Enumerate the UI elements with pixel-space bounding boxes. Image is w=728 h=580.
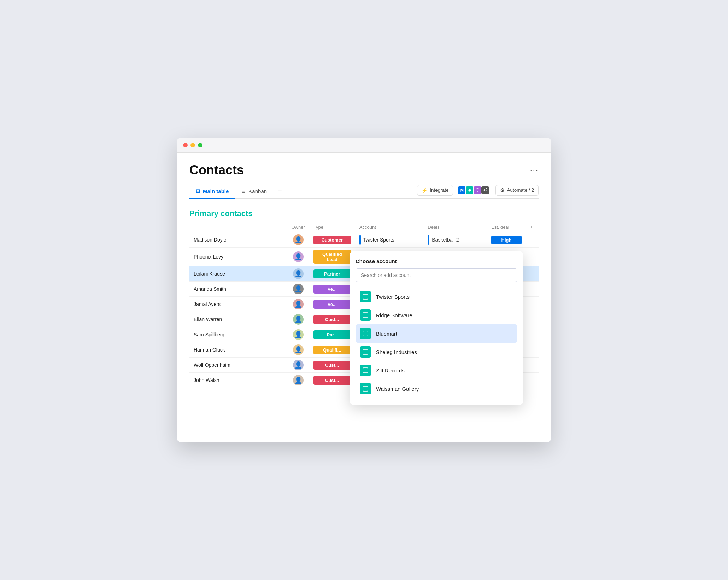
- type-cell: Partner: [309, 266, 355, 282]
- account-option-icon: [360, 291, 371, 302]
- account-option[interactable]: Ridge Software: [356, 306, 517, 324]
- owner-cell: 👤: [287, 327, 309, 342]
- type-cell: Cust...: [309, 358, 355, 373]
- integrate-button[interactable]: ⚡ Integrate: [417, 185, 453, 196]
- owner-cell: 👤: [287, 342, 309, 358]
- tab-main-table[interactable]: ⊞ Main table: [189, 185, 235, 199]
- more-options-button[interactable]: ···: [530, 166, 539, 175]
- account-option-name: Twister Sports: [376, 294, 410, 300]
- row-action: [526, 327, 539, 342]
- row-action: [526, 282, 539, 297]
- account-option-icon: [360, 346, 371, 358]
- tab-kanban[interactable]: ⊟ Kanban: [235, 185, 273, 199]
- contact-name: Amanda Smith: [189, 282, 287, 297]
- account-option-icon: [360, 309, 371, 321]
- owner-cell: 👤: [287, 297, 309, 312]
- titlebar: [177, 138, 551, 153]
- tab-main-table-label: Main table: [203, 188, 229, 194]
- integrate-icon: ⚡: [422, 187, 428, 193]
- account-option-icon: [360, 365, 371, 376]
- col-type: Type: [309, 222, 355, 232]
- tab-bar: ⊞ Main table ⊟ Kanban + ⚡ Integrate M ◆ …: [189, 184, 539, 199]
- account-option-name: Zift Records: [376, 367, 405, 373]
- row-action: [526, 248, 539, 266]
- table-row[interactable]: Madison Doyle👤CustomerTwister SportsBask…: [189, 232, 539, 248]
- contact-name: John Walsh: [189, 373, 287, 388]
- est-deal-cell: High: [487, 232, 526, 248]
- col-account: Account: [355, 222, 424, 232]
- account-option[interactable]: Zift Records: [356, 361, 517, 379]
- type-cell: Qualifi...: [309, 342, 355, 358]
- account-option-name: Sheleg Industries: [376, 349, 417, 355]
- col-deals: Deals: [423, 222, 487, 232]
- minimize-dot[interactable]: [190, 143, 195, 147]
- table-icon: ⊞: [196, 188, 200, 194]
- dropdown-title: Choose account: [356, 258, 517, 264]
- contact-name: Leilani Krause: [189, 266, 287, 282]
- account-option-name: Waissman Gallery: [376, 386, 419, 392]
- contact-name: Sam Spillberg: [189, 327, 287, 342]
- add-tab-button[interactable]: +: [273, 184, 287, 198]
- row-action: [526, 232, 539, 248]
- kanban-icon: ⊟: [241, 188, 246, 194]
- owner-cell: 👤: [287, 266, 309, 282]
- owner-cell: 👤: [287, 282, 309, 297]
- add-column-button[interactable]: +: [526, 222, 539, 232]
- account-option-icon: [360, 383, 371, 394]
- automate-label: Automate / 2: [507, 187, 534, 193]
- avatar-group: M ◆ ⬡ +2: [459, 186, 490, 195]
- row-action: [526, 312, 539, 327]
- app-window: Contacts ··· ⊞ Main table ⊟ Kanban + ⚡ I…: [177, 138, 551, 442]
- automate-button[interactable]: ⚙ Automate / 2: [495, 185, 539, 196]
- account-option[interactable]: Bluemart: [356, 324, 517, 343]
- type-cell: Ve...: [309, 282, 355, 297]
- account-option[interactable]: Sheleg Industries: [356, 343, 517, 361]
- type-cell: Qualified Lead: [309, 248, 355, 266]
- header-actions: ···: [530, 166, 539, 175]
- row-action: [526, 297, 539, 312]
- page-header: Contacts ···: [189, 163, 539, 178]
- account-option[interactable]: Twister Sports: [356, 288, 517, 306]
- avatar-count: +2: [481, 186, 490, 195]
- owner-cell: 👤: [287, 312, 309, 327]
- account-option-name: Bluemart: [376, 331, 397, 337]
- type-cell: Ve...: [309, 297, 355, 312]
- col-name: [189, 222, 287, 232]
- automate-icon: ⚙: [500, 187, 505, 193]
- account-option-icon: [360, 328, 371, 339]
- col-estdeal: Est. deal: [487, 222, 526, 232]
- row-action: [526, 342, 539, 358]
- page-title: Contacts: [189, 163, 244, 178]
- deals-cell: Basketball 2: [423, 232, 487, 248]
- account-option-name: Ridge Software: [376, 312, 412, 318]
- row-action: [526, 358, 539, 373]
- type-cell: Customer: [309, 232, 355, 248]
- contact-name: Elian Warren: [189, 312, 287, 327]
- tab-kanban-label: Kanban: [248, 188, 267, 194]
- account-option[interactable]: Waissman Gallery: [356, 379, 517, 398]
- contact-name: Jamal Ayers: [189, 297, 287, 312]
- account-cell[interactable]: Twister Sports: [355, 232, 424, 248]
- account-dropdown: Choose account Twister SportsRidge Softw…: [350, 251, 523, 405]
- owner-cell: 👤: [287, 358, 309, 373]
- type-cell: Par...: [309, 327, 355, 342]
- owner-cell: 👤: [287, 248, 309, 266]
- contact-name: Madison Doyle: [189, 232, 287, 248]
- close-dot[interactable]: [183, 143, 188, 147]
- owner-cell: 👤: [287, 232, 309, 248]
- contact-name: Phoenix Levy: [189, 248, 287, 266]
- tab-actions: ⚡ Integrate M ◆ ⬡ +2 ⚙ Automate / 2: [417, 185, 539, 198]
- contact-name: Wolf Oppenhaim: [189, 358, 287, 373]
- integrate-label: Integrate: [430, 187, 448, 193]
- contact-name: Hannah Gluck: [189, 342, 287, 358]
- row-action: [526, 373, 539, 388]
- owner-cell: 👤: [287, 373, 309, 388]
- row-action: [526, 266, 539, 282]
- col-owner: Owner: [287, 222, 309, 232]
- maximize-dot[interactable]: [198, 143, 202, 147]
- account-list: Twister SportsRidge SoftwareBluemartShel…: [356, 288, 517, 398]
- account-search-input[interactable]: [356, 268, 517, 282]
- type-cell: Cust...: [309, 312, 355, 327]
- section-title: Primary contacts: [189, 209, 539, 218]
- type-cell: Cust...: [309, 373, 355, 388]
